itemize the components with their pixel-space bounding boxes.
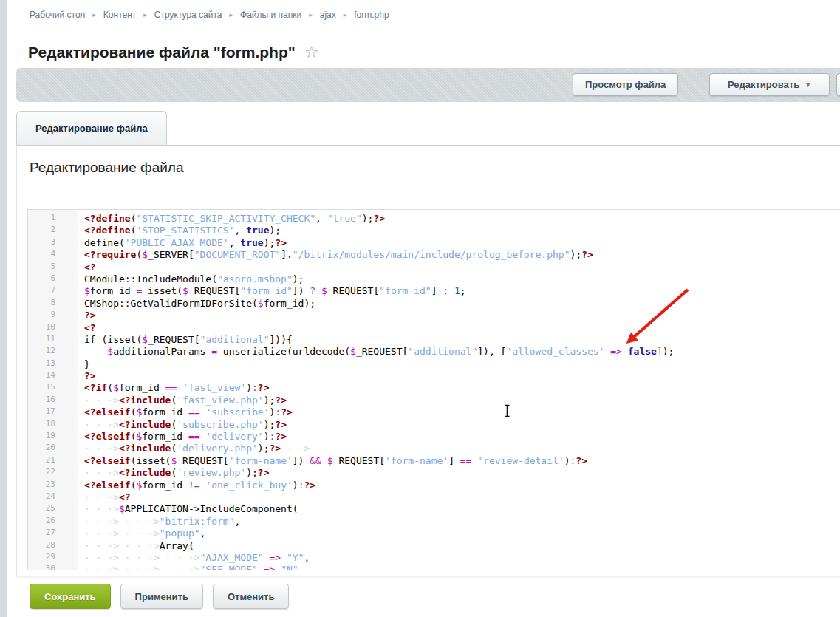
line-number: 26	[28, 516, 55, 528]
breadcrumb-item-site-structure[interactable]: Структура сайта	[154, 10, 222, 20]
code-token-op: =>	[269, 552, 281, 563]
code-line[interactable]: $form_id = isset($_REQUEST["form_id"]) ?…	[84, 285, 840, 297]
code-token-txt: _REQUEST[	[177, 455, 228, 466]
code-line[interactable]: $additionalParams = unserialize(urldecod…	[84, 346, 840, 358]
code-line[interactable]: · · ·><?include('fast_view.php');?>	[84, 395, 840, 406]
code-token-txt: ]), [	[477, 346, 506, 357]
code-line[interactable]: · · ·> · · ·>"bitrix:form",	[84, 516, 840, 528]
code-line[interactable]: <?require($_SERVER["DOCUMENT_ROOT"]."/bi…	[84, 249, 840, 261]
page-left-gutter	[0, 0, 7, 617]
code-line[interactable]: · · ·><?include('delivery.php');?> · ·>	[84, 443, 840, 454]
line-number: 1	[28, 213, 55, 225]
breadcrumb-item-form-php[interactable]: form.php	[354, 10, 389, 20]
code-token-txt: );	[264, 419, 276, 430]
edit-button[interactable]: Редактировать ▼	[709, 73, 830, 96]
breadcrumb-item-content[interactable]: Контент	[103, 10, 136, 20]
code-area[interactable]: <?define("STATISTIC_SKIP_ACTIVITY_CHECK"…	[78, 210, 840, 570]
code-line[interactable]: CMShop::GetValidFormIDForSite($form_id);	[84, 298, 840, 310]
code-line[interactable]: ?>	[84, 310, 840, 321]
code-token-txt	[84, 346, 107, 357]
code-token-txt: unserialize(urldecode(	[217, 346, 350, 357]
code-token-php: ?>	[258, 382, 270, 393]
code-line[interactable]: <?elseif($form_id != 'one_click_buy'):?>	[84, 480, 840, 491]
line-number: 28	[28, 540, 55, 552]
view-file-button[interactable]: Просмотр файла	[573, 73, 678, 96]
view-file-label: Просмотр файла	[585, 79, 666, 90]
code-token-sig: $	[113, 382, 119, 393]
code-line[interactable]: · · ·>$APPLICATION->IncludeComponent(	[84, 503, 840, 515]
code-token-sig: $	[84, 285, 90, 296]
code-token-php: <?	[119, 491, 131, 502]
code-token-ws: · · ·> · · ·>	[84, 516, 160, 527]
code-token-ws: · · ·>	[84, 503, 119, 514]
code-line[interactable]: if (isset($_REQUEST["additional"])){	[84, 334, 840, 346]
code-token-php: <?include	[119, 419, 171, 430]
code-line[interactable]: <?	[84, 262, 840, 273]
code-token-txt	[258, 564, 264, 570]
code-line[interactable]: <?elseif(isset($_REQUEST['form-name']) &…	[84, 455, 840, 467]
cancel-button[interactable]: Отменить	[213, 584, 290, 609]
code-line[interactable]: ?>	[84, 370, 840, 382]
edit-label: Редактировать	[728, 79, 799, 90]
code-token-op: ==	[188, 406, 200, 417]
code-line[interactable]: <?define('STOP_STATISTICS', true);	[84, 225, 840, 236]
code-token-php: <?elseif	[84, 480, 131, 491]
code-token-txt: );	[570, 249, 581, 260]
breadcrumb-item-desktop[interactable]: Рабочий стол	[30, 10, 85, 20]
code-line[interactable]: · · ·> · · ·> · · ·>"SEF_MODE" => "N",	[84, 564, 840, 570]
apply-button[interactable]: Применить	[120, 584, 203, 609]
line-number: 19	[28, 431, 55, 443]
code-token-txt: }	[84, 358, 90, 369]
code-token-op: ==	[188, 431, 200, 442]
code-line[interactable]: <?elseif($form_id == 'subscribe'):?>	[84, 406, 840, 418]
code-token-txt: ].	[281, 249, 293, 260]
code-token-php: ?>	[373, 213, 385, 224]
code-token-sig: $	[327, 455, 333, 466]
code-line[interactable]: · · ·> · · ·> · · ·>"AJAX_MODE" => "Y",	[84, 552, 840, 564]
code-token-str: 'STOP_STATISTICS'	[136, 225, 234, 236]
code-line[interactable]: · · ·><?include('subscribe.php');?>	[84, 419, 840, 431]
code-line[interactable]: · · ·> · · ·>"popup",	[84, 528, 840, 539]
code-token-op: ==	[460, 455, 472, 466]
line-number: 10	[28, 322, 55, 334]
code-line[interactable]: <?define("STATISTIC_SKIP_ACTIVITY_CHECK"…	[84, 213, 840, 225]
breadcrumb-arrow-icon: ▸	[309, 11, 313, 18]
code-line[interactable]: CModule::IncludeModule("aspro.mshop");	[84, 273, 840, 285]
code-token-op: !=	[188, 480, 200, 491]
breadcrumb-arrow-icon: ▸	[230, 11, 233, 18]
breadcrumb-item-files-folders[interactable]: Файлы и папки	[240, 10, 301, 20]
code-line[interactable]: }	[84, 358, 840, 370]
code-line[interactable]: <?if($form_id == 'fast_view'):?>	[84, 382, 840, 394]
code-token-str: "additional"	[408, 346, 477, 357]
code-editor[interactable]: 1234567891011121314151617181920212223242…	[27, 209, 840, 570]
code-token-sig: $	[142, 249, 148, 260]
tab-edit-file[interactable]: Редактирование файла	[16, 111, 167, 146]
code-token-txt: )	[293, 480, 298, 491]
save-button[interactable]: Сохранить	[30, 584, 111, 609]
code-token-op: =>	[610, 346, 622, 357]
code-line[interactable]: define('PUBLIC_AJAX_MODE', true);?>	[84, 237, 840, 249]
code-token-php: ?>	[581, 249, 593, 260]
code-line[interactable]: · · ·><?include('review.php');?>	[84, 467, 840, 479]
code-line[interactable]: <?elseif($form_id == 'delivery'):?>	[84, 431, 840, 443]
code-token-ws: · · ·> · · ·> · · ·>	[84, 552, 200, 563]
code-token-txt	[281, 552, 287, 563]
code-line[interactable]: · · ·> · · ·>Array(	[84, 540, 840, 552]
code-token-brk: ]	[657, 346, 663, 357]
code-token-txt: (	[107, 382, 113, 393]
section-heading: Редактирование файла	[30, 160, 183, 176]
code-token-php: ?>	[281, 406, 293, 417]
code-token-sig: $	[258, 298, 264, 309]
code-token-op: =	[211, 346, 217, 357]
code-line[interactable]: · · ·><?	[84, 491, 840, 503]
code-line[interactable]: <?	[84, 322, 840, 334]
cutoff-button[interactable]: П	[836, 73, 840, 96]
line-number: 14	[28, 370, 55, 382]
code-token-php: <?include	[119, 467, 171, 478]
code-token-txt: ]	[448, 455, 460, 466]
breadcrumb-item-ajax[interactable]: ajax	[320, 10, 336, 20]
favorite-star-icon[interactable]: ☆	[304, 43, 319, 62]
code-token-txt: ;	[460, 285, 466, 296]
code-token-php: <?	[84, 322, 96, 333]
page-title-text: Редактирование файла "form.php"	[28, 44, 296, 61]
